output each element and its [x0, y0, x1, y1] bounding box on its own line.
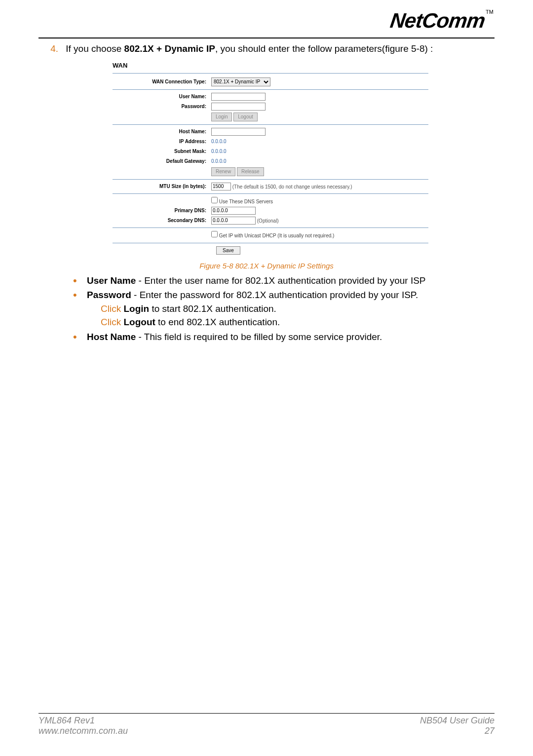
step-line: 4. If you choose 802.1X + Dynamic IP, yo…: [38, 42, 495, 56]
secondary-dns-label: Secondary DNS:: [113, 218, 211, 223]
bullet-text: - This field is required to be filled by…: [136, 332, 382, 342]
bullet-term: Host Name: [87, 332, 136, 342]
subnet-value: 0.0.0.0: [211, 149, 428, 154]
bullet-text: - Enter the password for 802.1X authenti…: [131, 290, 419, 300]
primary-dns-label: Primary DNS:: [113, 208, 211, 213]
secondary-dns-input[interactable]: [211, 217, 256, 225]
step-bold: 802.1X + Dynamic IP: [124, 43, 215, 54]
footer-pagenum: 27: [420, 726, 495, 736]
footer-guide: NB504 User Guide: [420, 716, 495, 726]
step-prefix: If you choose: [66, 43, 124, 54]
step-number: 4.: [38, 42, 58, 56]
bullet-term: Password: [87, 290, 131, 300]
bullet-sub-login: Click Login to start 802.1X authenticati…: [101, 302, 495, 316]
footer-right: NB504 User Guide 27: [420, 716, 495, 736]
ip-value: 0.0.0.0: [211, 139, 428, 144]
conn-type-label: WAN Connection Type:: [113, 79, 211, 84]
bullet-term: User Name: [87, 275, 136, 286]
ip-label: IP Address:: [113, 139, 211, 144]
header-rule: [38, 38, 495, 38]
brand-logo: NetCommTM: [390, 9, 494, 33]
primary-dns-input[interactable]: [211, 207, 256, 215]
username-input[interactable]: [211, 93, 266, 101]
wan-title: WAN: [113, 60, 428, 73]
logo-text: NetComm: [388, 9, 486, 33]
username-label: User Name:: [113, 94, 211, 99]
password-input[interactable]: [211, 103, 266, 111]
use-dns-label: Use These DNS Servers: [219, 199, 273, 204]
bullet-list: User Name - Enter the user name for 802.…: [73, 274, 495, 344]
release-button[interactable]: Release: [237, 167, 264, 176]
mtu-hint: (The default is 1500, do not change unle…: [232, 184, 352, 189]
use-dns-checkbox[interactable]: [211, 197, 218, 203]
bullet-username: User Name - Enter the user name for 802.…: [73, 274, 495, 288]
footer-rev: YML864 Rev1: [38, 716, 128, 726]
gateway-label: Default Gateway:: [113, 158, 211, 164]
conn-type-select[interactable]: 802.1X + Dynamic IP: [211, 77, 270, 86]
bullet-text: - Enter the user name for 802.1X authent…: [136, 275, 425, 286]
footer-left: YML864 Rev1 www.netcomm.com.au: [38, 716, 128, 736]
logo-tm: TM: [486, 9, 494, 15]
unicast-label: Get IP with Unicast DHCP (It is usually …: [219, 233, 335, 238]
logout-button[interactable]: Logout: [233, 113, 258, 121]
mtu-label: MTU Size (in bytes):: [113, 184, 211, 189]
bullet-sub-logout: Click Logout to end 802.1X authenticatio…: [101, 315, 495, 329]
save-button[interactable]: Save: [216, 246, 240, 255]
unicast-checkbox[interactable]: [211, 231, 218, 237]
figure-caption: Figure 5-8 802.1X + Dynamic IP Settings: [38, 262, 495, 270]
login-button[interactable]: Login: [211, 113, 232, 121]
bullet-password: Password - Enter the password for 802.1X…: [73, 288, 495, 329]
bullet-hostname: Host Name - This field is required to be…: [73, 330, 495, 344]
mtu-input[interactable]: [211, 183, 231, 190]
renew-button[interactable]: Renew: [211, 167, 235, 176]
password-label: Password:: [113, 104, 211, 109]
wan-panel: WAN WAN Connection Type: 802.1X + Dynami…: [113, 60, 428, 255]
hostname-label: Host Name:: [113, 129, 211, 134]
page-footer: YML864 Rev1 www.netcomm.com.au NB504 Use…: [38, 713, 495, 736]
gateway-value: 0.0.0.0: [211, 158, 428, 164]
footer-url: www.netcomm.com.au: [38, 726, 128, 736]
secondary-dns-optional: (Optional): [257, 218, 279, 223]
subnet-label: Subnet Mask:: [113, 149, 211, 154]
step-suffix: , you should enter the follow parameters…: [215, 43, 433, 54]
hostname-input[interactable]: [211, 128, 266, 136]
